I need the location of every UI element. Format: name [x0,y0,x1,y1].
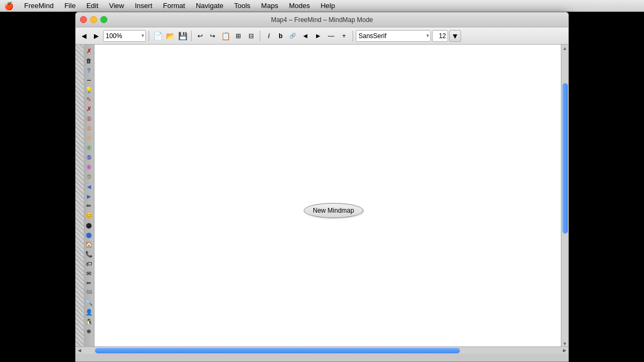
toolbar-collapse-btn[interactable]: ⊟ [245,30,257,42]
toolbar-more-btn[interactable]: ▼ [449,30,461,42]
panel-icon-x-red[interactable]: ✗ [85,47,93,55]
panel-icon-p3[interactable]: ③ [85,134,93,142]
menu-edit[interactable]: Edit [82,1,103,11]
panel-icon-phone[interactable]: 📞 [85,250,93,258]
scrollbar-thumb-h[interactable] [95,348,460,353]
app-window: Map4 – FreeMind – MindMap Mode ◀ ▶ 50% 7… [75,12,569,362]
toolbar-info-btn[interactable]: i [263,30,275,42]
scroll-up-btn[interactable]: ▲ [562,46,567,51]
toolbar-new-btn[interactable]: 📄 [152,30,164,42]
content-area: ✗ 🗑 ? − 💡 ✎ ✗ ① ② ③ ④ ⑤ ⑥ ⑦ ◀ ▶ ✏ 😊 ⬤ ⬤ … [76,45,568,346]
zoom-select[interactable]: 50% 75% 100% 150% 200% [103,30,146,42]
panel-icon-p1[interactable]: ① [85,114,93,123]
panel-icon-p2[interactable]: ② [85,124,93,133]
canvas-area[interactable]: New Mindmap [94,45,561,346]
scrollbar-horizontal[interactable]: ◀ ▶ [76,346,568,354]
separator-4 [353,31,353,41]
panel-icon-pencil[interactable]: ✏ [85,201,93,210]
toolbar-undo-group: ↩ ↪ [194,30,218,42]
menu-file[interactable]: File [60,1,80,11]
panel-icon-p7[interactable]: ⑦ [85,172,93,181]
toolbar-save-btn[interactable]: 💾 [177,30,188,42]
panel-icon-pencil2[interactable]: ✏ [85,279,93,287]
scroll-left-btn[interactable]: ◀ [78,348,81,353]
toolbar: ◀ ▶ 50% 75% 100% 150% 200% ▼ 📄 📂 💾 ↩ ↪ [76,27,568,45]
close-button[interactable] [80,16,87,23]
toolbar-nav-group: ◀ ▶ [78,30,102,42]
maximize-button[interactable] [100,16,107,23]
scrollbar-vertical[interactable]: ▲ ▼ [561,45,568,346]
icon-panel: ✗ 🗑 ? − 💡 ✎ ✗ ① ② ③ ④ ⑤ ⑥ ⑦ ◀ ▶ ✏ 😊 ⬤ ⬤ … [84,45,94,346]
titlebar: Map4 – FreeMind – MindMap Mode [76,12,568,27]
toolbar-expand-btn[interactable]: ⊞ [232,30,244,42]
panel-icon-flag[interactable]: 🏁 [85,288,93,297]
separator-2 [191,31,192,41]
panel-icon-bulb[interactable]: 💡 [85,85,93,94]
panel-icon-penguin[interactable]: 🐧 [85,317,93,326]
left-border [76,45,84,346]
scrollbar-thumb-v[interactable] [562,83,568,234]
menu-maps[interactable]: Maps [257,1,283,11]
panel-icon-x-mark[interactable]: ✗ [85,105,93,113]
menu-items: FreeMind File Edit View Insert Format Na… [20,1,339,11]
toolbar-bold-btn[interactable]: b [276,30,286,42]
panel-icon-arrow-left[interactable]: ◀ [85,182,93,191]
menu-freemind[interactable]: FreeMind [20,1,58,11]
panel-icon-mail[interactable]: ✉ [85,269,93,278]
toolbar-plus-btn[interactable]: + [338,30,350,42]
panel-icon-magnifier[interactable]: 🔍 [85,298,93,307]
traffic-lights [80,16,107,23]
panel-icon-pencil-red[interactable]: ✎ [85,95,93,104]
toolbar-arrow-left-btn[interactable]: ◀ [299,30,311,42]
menu-view[interactable]: View [105,1,128,11]
panel-icon-circle-black[interactable]: ⬤ [85,221,93,229]
mac-menubar: 🍎 FreeMind File Edit View Insert Format … [0,0,644,12]
panel-icon-smile[interactable]: 😊 [85,211,93,220]
toolbar-link-btn[interactable]: 🔗 [287,30,298,42]
panel-icon-p5[interactable]: ⑤ [85,153,93,162]
menu-help[interactable]: Help [316,1,339,11]
toolbar-minus-btn[interactable]: — [325,30,337,42]
minimize-button[interactable] [90,16,97,23]
panel-icon-snowflake[interactable]: ❄ [85,327,93,336]
toolbar-open-btn[interactable]: 📂 [164,30,176,42]
menu-modes[interactable]: Modes [284,1,314,11]
menu-insert[interactable]: Insert [130,1,157,11]
panel-icon-house[interactable]: 🏠 [85,240,93,249]
font-wrapper: SansSerif Serif Monospaced Arial Times N… [356,30,431,42]
panel-icon-arrow-right[interactable]: ▶ [85,192,93,200]
toolbar-back-btn[interactable]: ◀ [78,30,90,42]
panel-icon-tag[interactable]: 🏷 [85,259,93,268]
window-title: Map4 – FreeMind – MindMap Mode [271,16,373,24]
separator-1 [149,31,149,41]
scroll-down-btn[interactable]: ▼ [562,341,567,346]
separator-3 [260,31,260,41]
toolbar-redo-btn[interactable]: ↪ [207,30,218,42]
menu-format[interactable]: Format [159,1,189,11]
toolbar-forward-btn[interactable]: ▶ [90,30,102,42]
zoom-wrapper: 50% 75% 100% 150% 200% ▼ [103,30,146,42]
panel-icon-p6[interactable]: ⑥ [85,163,93,171]
menu-tools[interactable]: Tools [230,1,254,11]
panel-icon-trash[interactable]: 🗑 [85,56,93,65]
toolbar-file-group: 📄 📂 💾 [152,30,188,42]
apple-logo-icon[interactable]: 🍎 [4,2,13,10]
font-size-input[interactable] [432,30,448,42]
scroll-right-btn[interactable]: ▶ [563,348,566,353]
mindmap-root-label: New Mindmap [313,207,354,214]
font-select[interactable]: SansSerif Serif Monospaced Arial Times N… [356,30,431,42]
menu-navigate[interactable]: Navigate [192,1,228,11]
toolbar-copy-btn[interactable]: 📋 [219,30,231,42]
toolbar-arrow-right-btn[interactable]: ▶ [312,30,324,42]
panel-icon-circle-blue[interactable]: ⬤ [85,230,93,239]
panel-icon-minus[interactable]: − [85,76,93,84]
panel-icon-question[interactable]: ? [85,66,93,75]
panel-icon-person[interactable]: 👤 [85,308,93,316]
toolbar-undo-btn[interactable]: ↩ [194,30,206,42]
panel-icon-p4[interactable]: ④ [85,143,93,152]
mindmap-root-node[interactable]: New Mindmap [304,203,363,218]
